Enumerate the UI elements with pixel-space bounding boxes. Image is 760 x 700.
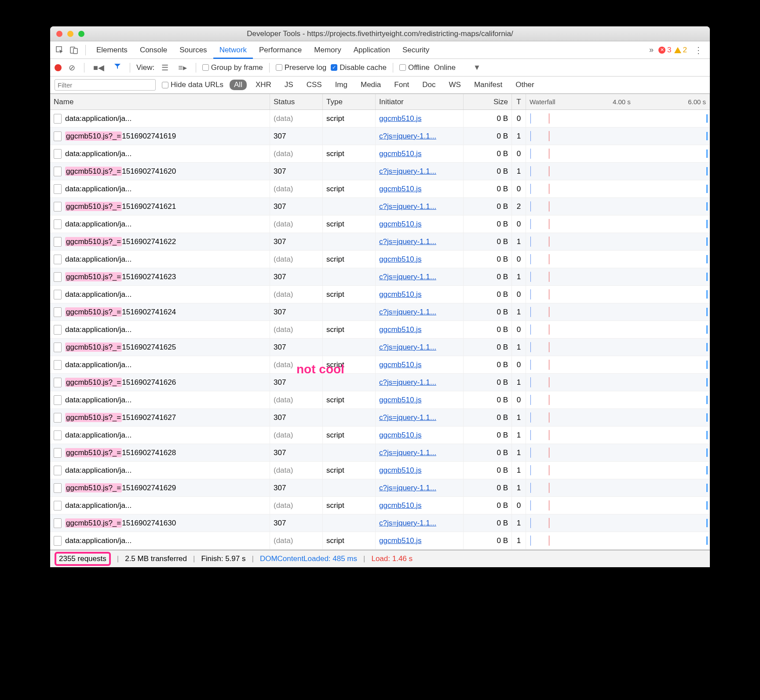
filter-type-doc[interactable]: Doc xyxy=(418,80,440,90)
table-row[interactable]: data:application/ja...(data)scriptggcmb5… xyxy=(50,462,710,479)
initiator-link[interactable]: ggcmb510.js xyxy=(379,466,421,475)
warning-count-badge[interactable]: 2 xyxy=(674,46,687,55)
overview-icon[interactable]: ≡▸ xyxy=(175,63,190,73)
initiator-link[interactable]: ggcmb510.js xyxy=(379,114,421,123)
table-row[interactable]: ggcmb510.js?_=1516902741624307c?js=jquer… xyxy=(50,303,710,321)
table-row[interactable]: data:application/ja...(data)scriptggcmb5… xyxy=(50,215,710,233)
inspect-icon[interactable] xyxy=(53,44,67,57)
table-row[interactable]: data:application/ja...(data)scriptggcmb5… xyxy=(50,321,710,339)
table-row[interactable]: ggcmb510.js?_=1516902741623307c?js=jquer… xyxy=(50,268,710,286)
initiator-link[interactable]: ggcmb510.js xyxy=(379,501,421,510)
initiator-link[interactable]: c?js=jquery-1.1... xyxy=(379,343,436,352)
initiator-link[interactable]: ggcmb510.js xyxy=(379,325,421,334)
tab-application[interactable]: Application xyxy=(347,41,396,59)
header-initiator[interactable]: Initiator xyxy=(376,94,464,109)
table-row[interactable]: data:application/ja...(data)scriptggcmb5… xyxy=(50,251,710,268)
more-tabs-icon[interactable]: » xyxy=(644,44,658,57)
chevron-down-icon[interactable]: ▼ xyxy=(473,63,481,72)
table-row[interactable]: data:application/ja...(data)scriptggcmb5… xyxy=(50,497,710,514)
error-count-badge[interactable]: ✕3 xyxy=(658,46,671,55)
initiator-link[interactable]: c?js=jquery-1.1... xyxy=(379,484,436,492)
filter-icon[interactable] xyxy=(111,63,124,72)
initiator-link[interactable]: c?js=jquery-1.1... xyxy=(379,308,436,317)
initiator-link[interactable]: ggcmb510.js xyxy=(379,290,421,299)
filter-type-other[interactable]: Other xyxy=(511,80,539,90)
tab-sources[interactable]: Sources xyxy=(173,41,213,59)
initiator-link[interactable]: c?js=jquery-1.1... xyxy=(379,273,436,281)
minimize-icon[interactable] xyxy=(67,31,73,37)
table-row[interactable]: data:application/ja...(data)scriptggcmb5… xyxy=(50,391,710,409)
table-row[interactable]: data:application/ja...(data)scriptggcmb5… xyxy=(50,532,710,550)
initiator-link[interactable]: c?js=jquery-1.1... xyxy=(379,378,436,387)
filter-type-manifest[interactable]: Manifest xyxy=(470,80,507,90)
header-name[interactable]: Name xyxy=(50,94,270,109)
tab-elements[interactable]: Elements xyxy=(90,41,134,59)
filter-type-all[interactable]: All xyxy=(230,80,247,90)
initiator-link[interactable]: c?js=jquery-1.1... xyxy=(379,132,436,141)
initiator-link[interactable]: c?js=jquery-1.1... xyxy=(379,237,436,246)
type-cell: script xyxy=(323,356,376,373)
table-row[interactable]: data:application/ja...(data)scriptggcmb5… xyxy=(50,110,710,128)
clear-icon[interactable]: ⊘ xyxy=(66,63,78,73)
tab-memory[interactable]: Memory xyxy=(308,41,347,59)
filter-type-img[interactable]: Img xyxy=(331,80,352,90)
filter-type-ws[interactable]: WS xyxy=(445,80,465,90)
record-icon[interactable] xyxy=(55,64,62,71)
header-waterfall[interactable]: Waterfall 4.00 s 6.00 s xyxy=(526,94,710,109)
table-row[interactable]: ggcmb510.js?_=1516902741629307c?js=jquer… xyxy=(50,479,710,497)
filter-type-font[interactable]: Font xyxy=(390,80,413,90)
device-mode-icon[interactable] xyxy=(67,44,81,57)
initiator-link[interactable]: c?js=jquery-1.1... xyxy=(379,413,436,422)
throttle-select[interactable]: Online xyxy=(434,63,456,72)
large-rows-icon[interactable]: ☰ xyxy=(159,63,171,73)
initiator-link[interactable]: ggcmb510.js xyxy=(379,396,421,405)
initiator-link[interactable]: ggcmb510.js xyxy=(379,361,421,369)
table-row[interactable]: ggcmb510.js?_=1516902741628307c?js=jquer… xyxy=(50,444,710,462)
table-row[interactable]: ggcmb510.js?_=1516902741626307c?js=jquer… xyxy=(50,374,710,391)
initiator-link[interactable]: c?js=jquery-1.1... xyxy=(379,519,436,528)
settings-menu-icon[interactable]: ⋮ xyxy=(690,45,707,55)
table-row[interactable]: ggcmb510.js?_=1516902741622307c?js=jquer… xyxy=(50,233,710,251)
header-status[interactable]: Status xyxy=(270,94,323,109)
table-row[interactable]: data:application/ja...(data)scriptggcmb5… xyxy=(50,427,710,444)
header-size[interactable]: Size xyxy=(464,94,512,109)
initiator-link[interactable]: c?js=jquery-1.1... xyxy=(379,202,436,211)
table-row[interactable]: data:application/ja...(data)scriptggcmb5… xyxy=(50,356,710,374)
initiator-link[interactable]: ggcmb510.js xyxy=(379,536,421,545)
filter-type-media[interactable]: Media xyxy=(356,80,385,90)
table-row[interactable]: ggcmb510.js?_=1516902741630307c?js=jquer… xyxy=(50,514,710,532)
tab-security[interactable]: Security xyxy=(396,41,435,59)
preserve-log-checkbox[interactable]: Preserve log xyxy=(276,63,326,72)
tab-performance[interactable]: Performance xyxy=(253,41,308,59)
table-row[interactable]: ggcmb510.js?_=1516902741619307c?js=jquer… xyxy=(50,128,710,145)
hide-data-urls-checkbox[interactable]: Hide data URLs xyxy=(162,80,223,89)
table-row[interactable]: ggcmb510.js?_=1516902741621307c?js=jquer… xyxy=(50,198,710,215)
table-row[interactable]: data:application/ja...(data)scriptggcmb5… xyxy=(50,180,710,198)
table-row[interactable]: data:application/ja...(data)scriptggcmb5… xyxy=(50,286,710,303)
offline-checkbox[interactable]: Offline xyxy=(399,63,430,72)
table-row[interactable]: ggcmb510.js?_=1516902741627307c?js=jquer… xyxy=(50,409,710,427)
table-row[interactable]: data:application/ja...(data)scriptggcmb5… xyxy=(50,145,710,163)
close-icon[interactable] xyxy=(56,31,62,37)
camera-icon[interactable]: ■◀ xyxy=(91,63,107,73)
initiator-link[interactable]: c?js=jquery-1.1... xyxy=(379,448,436,457)
filter-type-xhr[interactable]: XHR xyxy=(251,80,276,90)
table-row[interactable]: ggcmb510.js?_=1516902741625307c?js=jquer… xyxy=(50,339,710,356)
initiator-link[interactable]: ggcmb510.js xyxy=(379,431,421,440)
tab-console[interactable]: Console xyxy=(134,41,173,59)
zoom-icon[interactable] xyxy=(78,31,84,37)
filter-type-js[interactable]: JS xyxy=(280,80,298,90)
filter-type-css[interactable]: CSS xyxy=(302,80,326,90)
disable-cache-checkbox[interactable]: ✓Disable cache xyxy=(331,63,387,72)
header-type[interactable]: Type xyxy=(323,94,376,109)
header-time[interactable]: T xyxy=(512,94,526,109)
table-row[interactable]: ggcmb510.js?_=1516902741620307c?js=jquer… xyxy=(50,163,710,180)
filter-input[interactable] xyxy=(55,79,156,91)
initiator-link[interactable]: ggcmb510.js xyxy=(379,255,421,264)
tab-network[interactable]: Network xyxy=(213,41,253,59)
group-by-frame-checkbox[interactable]: Group by frame xyxy=(202,63,263,72)
initiator-link[interactable]: ggcmb510.js xyxy=(379,220,421,229)
initiator-link[interactable]: ggcmb510.js xyxy=(379,185,421,193)
initiator-link[interactable]: c?js=jquery-1.1... xyxy=(379,167,436,176)
initiator-link[interactable]: ggcmb510.js xyxy=(379,149,421,158)
